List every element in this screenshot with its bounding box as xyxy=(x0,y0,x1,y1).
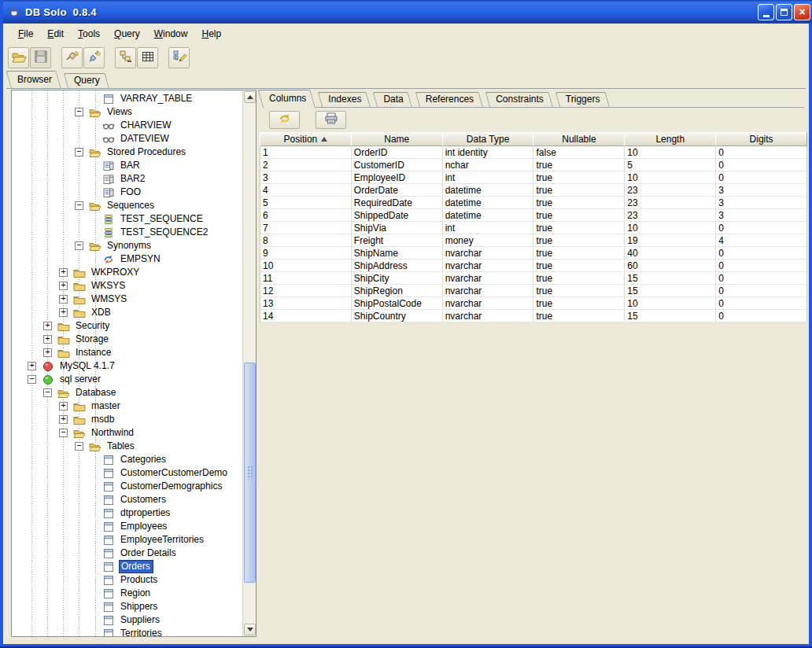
tree-item-northwind[interactable]: −Northwind xyxy=(12,426,242,440)
tree-item-categories[interactable]: Categories xyxy=(12,453,242,466)
column-header-nullable[interactable]: Nullable xyxy=(533,132,625,146)
refresh-button[interactable] xyxy=(269,111,300,129)
table-row[interactable]: 2CustomerIDnchartrue50 xyxy=(260,159,806,171)
tree-item-dtproperties[interactable]: dtproperties xyxy=(12,506,242,520)
tree-item-charview[interactable]: CHARVIEW xyxy=(12,119,242,132)
tree-item-empsyn[interactable]: EMPSYN xyxy=(12,252,242,266)
tree-item-dateview[interactable]: DATEVIEW xyxy=(12,132,242,145)
tree-item-views[interactable]: −Views xyxy=(12,105,242,119)
maximize-button[interactable] xyxy=(776,4,792,20)
collapse-toggle[interactable]: − xyxy=(75,442,83,451)
table-row[interactable]: 11ShipCitynvarchartrue150 xyxy=(260,272,806,285)
tree-item-employees[interactable]: Employees xyxy=(12,520,242,533)
collapse-toggle[interactable]: − xyxy=(28,375,36,384)
tree-item-storage[interactable]: +Storage xyxy=(12,333,242,346)
tree-item-shippers[interactable]: Shippers xyxy=(12,600,242,613)
table-row[interactable]: 12ShipRegionnvarchartrue150 xyxy=(260,285,806,297)
table-row[interactable]: 5RequiredDatedatetimetrue233 xyxy=(260,197,806,209)
tab-data[interactable]: Data xyxy=(377,92,412,107)
collapse-toggle[interactable]: − xyxy=(75,108,83,116)
tree-item-wksys[interactable]: +WKSYS xyxy=(12,279,242,293)
menu-query[interactable]: Query xyxy=(107,25,147,42)
close-button[interactable]: × xyxy=(794,4,810,20)
tab-columns[interactable]: Columns xyxy=(263,90,316,107)
expand-toggle[interactable]: + xyxy=(59,268,68,277)
data-grid-button[interactable] xyxy=(137,47,158,68)
tree-item-synonyms[interactable]: −Synonyms xyxy=(12,239,242,252)
tree-item-tables[interactable]: −Tables xyxy=(12,440,242,453)
expand-toggle[interactable]: + xyxy=(59,308,68,317)
tree-item-instance[interactable]: +Instance xyxy=(12,346,242,359)
tree-item-test-sequence[interactable]: TEST_SEQUENCE xyxy=(12,212,242,226)
minimize-button[interactable] xyxy=(758,4,774,20)
tree-item-varray-table[interactable]: VARRAY_TABLE xyxy=(12,92,242,105)
tab-triggers[interactable]: Triggers xyxy=(559,92,610,107)
collapse-toggle[interactable]: − xyxy=(43,388,52,397)
menu-edit[interactable]: Edit xyxy=(40,25,71,42)
tree-item-database[interactable]: −Database xyxy=(12,386,242,399)
tree-item-stored-procedures[interactable]: −Stored Procedures xyxy=(12,145,242,159)
expand-toggle[interactable]: + xyxy=(43,322,52,330)
collapse-toggle[interactable]: − xyxy=(75,201,83,210)
tab-references[interactable]: References xyxy=(419,92,483,107)
menu-tools[interactable]: Tools xyxy=(71,25,107,42)
tree-item-products[interactable]: Products xyxy=(12,573,242,587)
tree-item-msdb[interactable]: +msdb xyxy=(12,413,242,426)
column-header-position[interactable]: Position xyxy=(260,132,352,146)
table-row[interactable]: 14ShipCountrynvarchartrue150 xyxy=(260,310,806,322)
tree-item-bar[interactable]: BAR xyxy=(12,159,242,172)
tab-query[interactable]: Query xyxy=(68,73,109,88)
tree-item-mysql-4-1-7[interactable]: +MySQL 4.1.7 xyxy=(12,359,242,373)
collapse-toggle[interactable]: − xyxy=(75,241,83,250)
expand-toggle[interactable]: + xyxy=(28,362,36,370)
expand-toggle[interactable]: + xyxy=(59,415,68,424)
table-row[interactable]: 9ShipNamenvarchartrue400 xyxy=(260,247,806,260)
tree-item-wkproxy[interactable]: +WKPROXY xyxy=(12,266,242,279)
tree-item-region[interactable]: Region xyxy=(12,587,242,600)
open-file-button[interactable] xyxy=(8,47,29,68)
tab-indexes[interactable]: Indexes xyxy=(322,92,371,107)
table-row[interactable]: 3EmployeeIDinttrue100 xyxy=(260,171,806,184)
tree-item-foo[interactable]: FOO xyxy=(12,186,242,199)
print-button[interactable] xyxy=(316,111,346,129)
expand-toggle[interactable]: + xyxy=(59,282,68,290)
scroll-down-button[interactable] xyxy=(244,624,256,635)
tree-item-customercustomerdemo[interactable]: CustomerCustomerDemo xyxy=(12,466,242,480)
tab-constraints[interactable]: Constraints xyxy=(489,92,553,107)
expand-toggle[interactable]: + xyxy=(59,402,68,411)
tree-item-sql-server[interactable]: −sql server xyxy=(12,373,242,386)
tree-item-order-details[interactable]: Order Details xyxy=(12,547,242,560)
table-row[interactable]: 4OrderDatedatetimetrue233 xyxy=(260,184,806,197)
tree-item-suppliers[interactable]: Suppliers xyxy=(12,613,242,627)
table-row[interactable]: 6ShippedDatedatetimetrue233 xyxy=(260,209,806,222)
expand-toggle[interactable]: + xyxy=(59,295,68,304)
tree-item-employeeterritories[interactable]: EmployeeTerritories xyxy=(12,533,242,547)
column-header-digits[interactable]: Digits xyxy=(715,132,807,146)
expand-toggle[interactable]: + xyxy=(43,348,52,357)
tree-item-wmsys[interactable]: +WMSYS xyxy=(12,293,242,306)
tree-item-customers[interactable]: Customers xyxy=(12,493,242,506)
tab-browser[interactable]: Browser xyxy=(11,71,61,88)
menu-file[interactable]: File xyxy=(11,25,40,42)
scroll-up-button[interactable] xyxy=(244,91,256,103)
menu-help[interactable]: Help xyxy=(194,25,228,42)
menu-window[interactable]: Window xyxy=(147,25,195,42)
column-header-length[interactable]: Length xyxy=(624,132,716,146)
table-row[interactable]: 10ShipAddressnvarchartrue600 xyxy=(260,260,806,272)
tree-vertical-scrollbar[interactable] xyxy=(242,90,256,636)
scrollbar-thumb[interactable] xyxy=(244,363,256,583)
table-row[interactable]: 7ShipViainttrue100 xyxy=(260,222,806,234)
expand-toggle[interactable]: + xyxy=(43,335,52,344)
column-header-name[interactable]: Name xyxy=(351,132,443,146)
edit-script-button[interactable] xyxy=(168,47,190,68)
connect-button[interactable] xyxy=(61,47,83,68)
tree-item-xdb[interactable]: +XDB xyxy=(12,306,242,319)
save-button[interactable] xyxy=(30,47,51,68)
schema-browser-button[interactable] xyxy=(115,47,136,68)
tree-item-territories[interactable]: Territories xyxy=(12,627,242,637)
table-row[interactable]: 8Freightmoneytrue194 xyxy=(260,234,806,247)
tree-item-security[interactable]: +Security xyxy=(12,319,242,333)
table-row[interactable]: 13ShipPostalCodenvarchartrue100 xyxy=(260,297,806,310)
tree-item-orders[interactable]: Orders xyxy=(12,560,242,573)
table-row[interactable]: 1OrderIDint identityfalse100 xyxy=(260,146,806,159)
